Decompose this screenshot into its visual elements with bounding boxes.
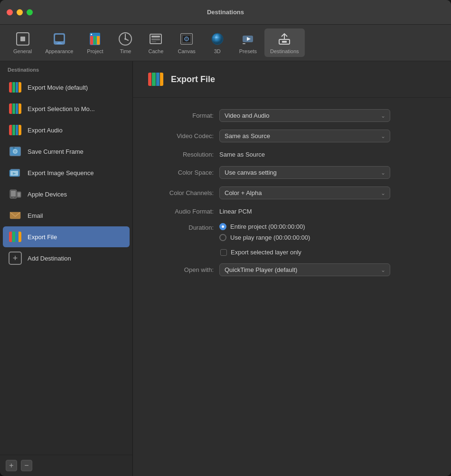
email-icon [9,209,22,222]
main-panel: Export File Format: Video and Audio Vide… [133,61,451,476]
toolbar-item-presets[interactable]: Presets [234,28,263,57]
toolbar-item-cache[interactable]: Cache [141,28,170,57]
toolbar-item-project[interactable]: Project [81,28,109,57]
duration-options: Entire project (00:00:00:00) Use play ra… [219,223,437,241]
export-layer-row[interactable]: Export selected layer only [220,249,437,256]
titlebar: Destinations [0,0,451,25]
toolbar-label-canvas: Canvas [178,48,195,54]
sidebar-item-export-file[interactable]: Export File [3,226,130,247]
image-sequence-icon [9,166,22,179]
radio-play-range-label: Use play range (00:00:00:00) [230,234,310,241]
open-with-select[interactable]: QuickTime Player (default) None Other... [219,263,390,276]
format-select-wrapper: Video and Audio Video Only Audio Only [219,109,390,122]
color-channels-label: Color Channels: [147,189,214,196]
audio-format-row: Audio Format: Linear PCM [147,207,437,215]
sidebar: Destinations Export Movie (default) [0,61,133,476]
audio-icon [9,123,22,137]
toolbar-label-destinations: Destinations [270,48,299,54]
svg-point-41 [13,197,14,198]
svg-point-33 [14,150,17,153]
export-layer-label: Export selected layer only [231,249,301,256]
close-button[interactable] [7,9,13,15]
open-with-label: Open with: [147,266,214,273]
format-select[interactable]: Video and Audio Video Only Audio Only [219,109,390,122]
duration-value: Entire project (00:00:00:00) Use play ra… [219,223,437,241]
toolbar-label-general: General [13,48,32,54]
toolbar-label-project: Project [87,48,103,54]
project-icon [87,31,103,47]
toolbar-item-destinations[interactable]: Destinations [264,28,305,57]
radio-play-range[interactable]: Use play range (00:00:00:00) [219,234,437,241]
maximize-button[interactable] [27,9,33,15]
sidebar-item-export-audio[interactable]: Export Audio [3,120,130,140]
toolbar-item-time[interactable]: Time [111,28,140,57]
svg-rect-43 [18,193,20,197]
audio-format-label: Audio Format: [147,208,214,215]
general-icon [15,31,30,47]
svg-rect-1 [55,35,64,41]
3d-icon [210,31,225,47]
sidebar-item-label-export-movie: Export Movie (default) [28,84,88,91]
panel-header: Export File [133,61,451,98]
radio-entire-project-btn [219,223,226,230]
svg-rect-11 [151,41,156,42]
duration-label: Duration: [147,223,214,231]
toolbar-item-canvas[interactable]: Canvas [172,28,201,57]
svg-rect-9 [151,36,160,37]
svg-point-7 [124,38,126,40]
export-file-icon [9,230,22,243]
sidebar-item-add-destination[interactable]: + Add Destination [3,248,130,269]
color-channels-select[interactable]: Color + Alpha Color Alpha [219,187,390,199]
remove-button[interactable]: − [21,460,32,471]
minimize-button[interactable] [17,9,23,15]
sidebar-item-label-apple-devices: Apple Devices [28,191,67,198]
window-title: Destinations [207,9,244,16]
sidebar-item-label-add-destination: Add Destination [28,255,71,262]
toolbar-label-time: Time [120,48,131,54]
sidebar-item-export-movie[interactable]: Export Movie (default) [3,77,130,98]
cache-icon [148,31,163,47]
sidebar-item-export-selection[interactable]: Export Selection to Mo... [3,98,130,119]
open-with-select-wrapper: QuickTime Player (default) None Other... [219,263,390,276]
time-icon [118,31,133,47]
sidebar-list: Export Movie (default) Export Selection … [0,76,132,455]
toolbar-label-appearance: Appearance [45,48,73,54]
radio-entire-project[interactable]: Entire project (00:00:00:00) [219,223,437,230]
panel-title: Export File [171,75,215,84]
sidebar-item-label-export-image-seq: Export Image Sequence [28,169,94,177]
sidebar-item-label-export-file: Export File [28,233,57,241]
panel-icon [147,71,164,88]
audio-format-static: Linear PCM [219,208,252,215]
resolution-value: Same as Source [219,150,437,159]
toolbar-item-appearance[interactable]: Appearance [39,28,79,57]
video-codec-row: Video Codec: Same as Source H.264 HEVC P… [147,130,437,142]
toolbar-item-3d[interactable]: 3D [203,28,232,57]
sidebar-item-apple-devices[interactable]: Apple Devices [3,184,130,205]
video-codec-select[interactable]: Same as Source H.264 HEVC ProRes [219,130,390,142]
sidebar-item-export-image-seq[interactable]: Export Image Sequence [3,162,130,183]
sidebar-item-save-frame[interactable]: Save Current Frame [3,141,130,162]
sidebar-item-label-save-frame: Save Current Frame [28,148,84,155]
toolbar: General Appearance [0,25,451,61]
open-with-value: QuickTime Player (default) None Other... [219,263,437,276]
color-channels-row: Color Channels: Color + Alpha Color Alph… [147,187,437,199]
add-destination-icon: + [9,252,22,265]
photo-icon [9,145,22,158]
format-row: Format: Video and Audio Video Only Audio… [147,109,437,122]
add-button[interactable]: + [6,460,17,471]
plus-icon: + [9,461,13,470]
sidebar-item-email[interactable]: Email [3,205,130,226]
svg-rect-29 [282,41,287,43]
canvas-icon [179,31,194,47]
export-layer-checkbox[interactable] [220,249,227,256]
color-space-select[interactable]: Use canvas setting SDR - Rec. 709 HDR - … [219,166,390,179]
open-with-row: Open with: QuickTime Player (default) No… [147,263,437,276]
presets-icon [240,31,255,47]
svg-rect-10 [151,38,160,40]
toolbar-item-general[interactable]: General [8,28,38,57]
sidebar-footer: + − [0,455,132,476]
sidebar-item-label-email: Email [28,212,43,219]
video-codec-value: Same as Source H.264 HEVC ProRes [219,130,437,142]
video-codec-label: Video Codec: [147,132,214,140]
audio-format-value: Linear PCM [219,207,437,215]
